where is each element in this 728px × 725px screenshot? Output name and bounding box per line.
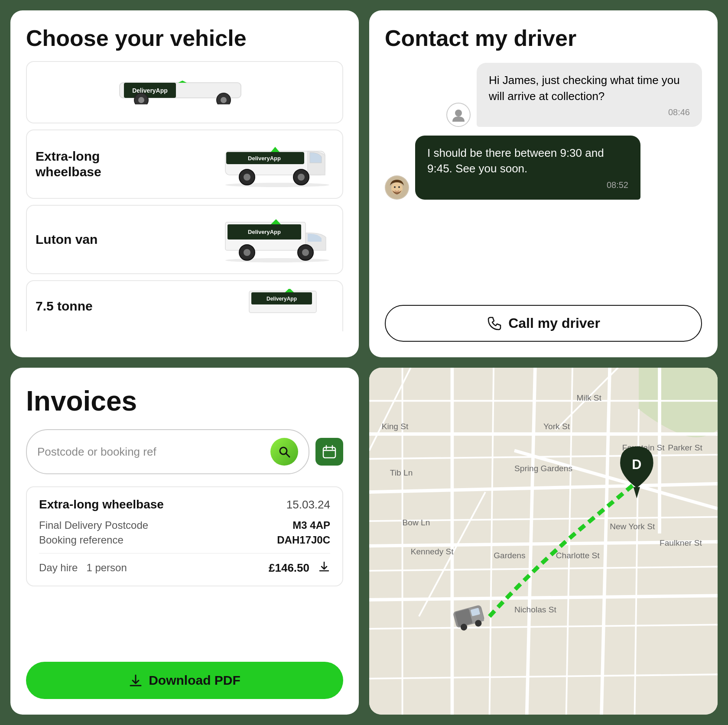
invoice-footer: Day hire 1 person £146.50 bbox=[39, 560, 330, 575]
svg-marker-11 bbox=[271, 147, 280, 152]
message-received: Hi James, just checking what time you wi… bbox=[385, 63, 702, 127]
invoice-booking-value: DAH17J0C bbox=[277, 534, 330, 546]
luton-van-svg: DeliveryApp bbox=[221, 216, 334, 263]
invoice-date: 15.03.24 bbox=[286, 498, 330, 511]
user-icon bbox=[451, 107, 466, 123]
search-icon bbox=[278, 445, 291, 458]
call-driver-label: Call my driver bbox=[508, 315, 600, 331]
vehicle-panel-title: Choose your vehicle bbox=[26, 26, 343, 51]
new-york-st-label: New York St bbox=[610, 522, 655, 531]
bubble-received: Hi James, just checking what time you wi… bbox=[477, 63, 702, 127]
75tonne-partial-svg: DeliveryApp bbox=[247, 289, 334, 324]
svg-marker-29 bbox=[285, 289, 294, 292]
chat-messages: Hi James, just checking what time you wi… bbox=[385, 63, 702, 295]
bubble-sent-time: 08:52 bbox=[427, 180, 628, 190]
download-pdf-button[interactable]: Download PDF bbox=[26, 662, 343, 699]
driver-face-icon bbox=[386, 176, 408, 199]
faulkner-st-label: Faulkner St bbox=[660, 539, 702, 548]
svg-text:DeliveryApp: DeliveryApp bbox=[248, 229, 281, 235]
svg-point-16 bbox=[225, 183, 329, 187]
invoice-booking-label: Booking reference bbox=[39, 534, 124, 546]
hire-type: Day hire bbox=[39, 562, 78, 574]
svg-point-22 bbox=[244, 249, 250, 256]
chat-panel: Contact my driver Hi James, just checkin… bbox=[369, 10, 718, 357]
hire-price: £146.50 bbox=[269, 561, 309, 575]
bubble-received-time: 08:46 bbox=[489, 107, 690, 117]
svg-point-13 bbox=[244, 174, 250, 181]
milk-st-label: Milk St bbox=[577, 394, 602, 403]
invoice-vehicle-name: Extra-long wheelbase bbox=[39, 498, 164, 511]
chat-panel-title: Contact my driver bbox=[385, 26, 702, 51]
user-avatar bbox=[446, 103, 471, 127]
parker-st-label: Parker St bbox=[668, 443, 702, 452]
svg-point-24 bbox=[302, 249, 309, 256]
svg-text:DeliveryApp: DeliveryApp bbox=[248, 155, 281, 162]
svg-point-15 bbox=[298, 174, 305, 181]
svg-marker-3 bbox=[178, 81, 187, 83]
search-placeholder-text: Postcode or booking ref bbox=[37, 445, 156, 459]
search-row: Postcode or booking ref bbox=[26, 429, 343, 474]
vehicle-img-luton: DeliveryApp bbox=[221, 214, 334, 265]
svg-point-7 bbox=[221, 97, 227, 103]
download-pdf-icon bbox=[129, 673, 143, 687]
map-panel: King St York St Milk St Fountain St Park… bbox=[369, 368, 718, 715]
download-pdf-label: Download PDF bbox=[149, 673, 240, 688]
vehicle-name-extra-long: Extra-longwheelbase bbox=[36, 149, 221, 180]
invoice-postcode-label: Final Delivery Postcode bbox=[39, 519, 148, 531]
map-svg: King St York St Milk St Fountain St Park… bbox=[369, 368, 718, 715]
vehicle-img-extra-long: DeliveryApp bbox=[221, 138, 334, 190]
king-st-label: King St bbox=[382, 422, 409, 431]
hire-persons: 1 person bbox=[86, 562, 127, 574]
calendar-button[interactable] bbox=[315, 438, 343, 466]
bow-ln-label: Bow Ln bbox=[403, 518, 430, 527]
vehicle-name-75tonne: 7.5 tonne bbox=[36, 298, 221, 314]
invoice-panel: Invoices Postcode or booking ref Extra-l… bbox=[10, 368, 359, 715]
vehicle-panel: Choose your vehicle DeliveryApp bbox=[10, 10, 359, 357]
spring-gardens-label: Spring Gardens bbox=[514, 464, 572, 473]
invoice-divider bbox=[39, 553, 330, 553]
vehicle-item-top[interactable]: DeliveryApp bbox=[26, 61, 343, 123]
svg-point-25 bbox=[225, 258, 329, 262]
bubble-sent-text: I should be there between 9:30 and 9:45.… bbox=[427, 146, 604, 175]
svg-point-30 bbox=[455, 110, 462, 117]
vehicle-item-luton[interactable]: Luton van DeliveryApp bbox=[26, 205, 343, 274]
svg-text:DeliveryApp: DeliveryApp bbox=[266, 296, 297, 302]
vehicle-name-luton: Luton van bbox=[36, 232, 221, 247]
svg-rect-37 bbox=[323, 447, 335, 458]
extra-long-van-svg: DeliveryApp bbox=[221, 140, 334, 188]
svg-point-34 bbox=[398, 186, 400, 188]
vehicle-item-75tonne[interactable]: 7.5 tonne DeliveryApp bbox=[26, 280, 343, 331]
vehicle-item-extra-long[interactable]: Extra-longwheelbase DeliveryApp bbox=[26, 129, 343, 199]
invoice-card: Extra-long wheelbase 15.03.24 Final Deli… bbox=[26, 486, 343, 586]
message-sent: I should be there between 9:30 and 9:45.… bbox=[385, 136, 702, 200]
search-field[interactable]: Postcode or booking ref bbox=[26, 429, 309, 474]
invoice-booking-row: Booking reference DAH17J0C bbox=[39, 534, 330, 546]
driver-avatar bbox=[385, 175, 409, 200]
svg-marker-20 bbox=[271, 219, 281, 224]
search-button[interactable] bbox=[270, 438, 298, 466]
vehicle-list: DeliveryApp Extra-longwheelbase bbox=[26, 61, 343, 331]
download-icon-small bbox=[318, 560, 330, 573]
phone-icon bbox=[487, 316, 502, 331]
partial-van-top: DeliveryApp bbox=[111, 81, 258, 104]
download-invoice-icon[interactable] bbox=[318, 560, 330, 575]
svg-text:D: D bbox=[632, 457, 641, 472]
charlotte-st-label: Charlotte St bbox=[556, 551, 600, 560]
invoice-postcode-row: Final Delivery Postcode M3 4AP bbox=[39, 519, 330, 531]
nicholas-st-label: Nicholas St bbox=[514, 605, 556, 614]
bubble-received-text: Hi James, just checking what time you wi… bbox=[489, 74, 680, 102]
kennedy-st-label: Kennedy St bbox=[411, 547, 454, 556]
invoice-panel-title: Invoices bbox=[26, 385, 343, 417]
svg-line-36 bbox=[286, 453, 289, 457]
calendar-icon bbox=[322, 444, 337, 459]
svg-text:DeliveryApp: DeliveryApp bbox=[132, 87, 168, 94]
svg-point-5 bbox=[138, 97, 144, 103]
svg-point-33 bbox=[394, 186, 396, 188]
vehicle-img-75tonne: DeliveryApp bbox=[221, 289, 334, 324]
bubble-sent: I should be there between 9:30 and 9:45.… bbox=[415, 136, 640, 200]
gardens-label: Gardens bbox=[494, 551, 525, 560]
invoice-header: Extra-long wheelbase 15.03.24 bbox=[39, 498, 330, 511]
tib-ln-label: Tib Ln bbox=[390, 468, 413, 477]
call-driver-button[interactable]: Call my driver bbox=[385, 305, 702, 342]
york-st-label: York St bbox=[543, 422, 570, 431]
